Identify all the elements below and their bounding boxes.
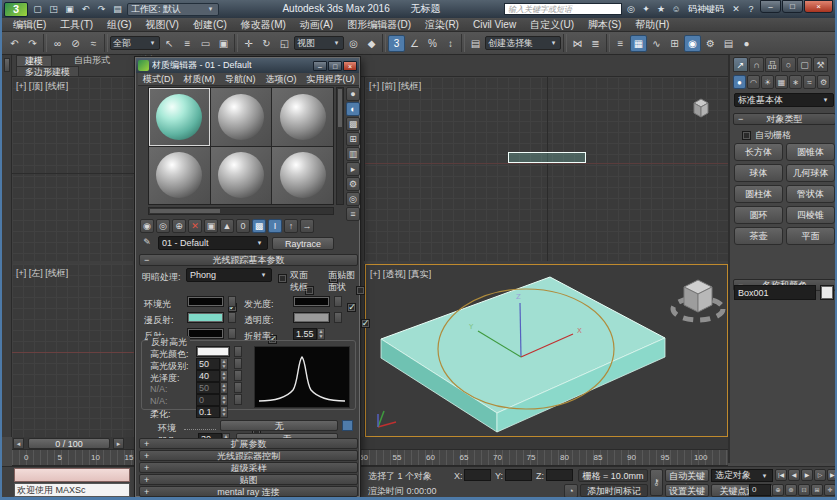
window-crossing-icon[interactable]: ▣: [215, 35, 232, 52]
tab-display-icon[interactable]: ▢: [797, 57, 812, 72]
help-icon[interactable]: ?: [744, 3, 758, 16]
select-and-manipulate-icon[interactable]: ◆: [363, 35, 380, 52]
glossiness-spinner[interactable]: 40: [196, 370, 228, 382]
material-sample-slot[interactable]: [149, 147, 210, 205]
viewcube-mini[interactable]: [688, 95, 714, 121]
transparency-checkbox[interactable]: [361, 319, 370, 328]
material-editor-titlebar[interactable]: 材质编辑器 - 01 - Default –□×: [136, 58, 359, 73]
objtype-pyramid-button[interactable]: 四棱锥: [786, 206, 835, 224]
faceted-checkbox[interactable]: [356, 286, 365, 295]
slots-vertical-scrollbar[interactable]: [336, 87, 344, 205]
background-icon[interactable]: ▩: [346, 117, 360, 131]
select-object-icon[interactable]: ↖: [161, 35, 178, 52]
sample-uv-tiling-icon[interactable]: ⊞: [346, 132, 360, 146]
save-file-icon[interactable]: ▣: [62, 2, 77, 16]
exchange-apps-icon[interactable]: ✕: [729, 3, 743, 16]
select-and-move-icon[interactable]: ✛: [240, 35, 257, 52]
viewport-perspective-label[interactable]: [+] [透视] [真实]: [370, 268, 431, 281]
viewport-perspective[interactable]: Z X Y [+] [透视] [真实]: [365, 264, 728, 437]
zoom-icon[interactable]: ⊕: [772, 484, 784, 496]
reference-coordinate-dropdown[interactable]: 视图: [294, 36, 344, 50]
ribbon-tab[interactable]: 自由形式: [66, 55, 118, 66]
material-editor-menu-item[interactable]: 模式(D): [138, 73, 179, 86]
play-button[interactable]: ▶: [801, 469, 813, 481]
geometry-icon[interactable]: ●: [733, 75, 746, 89]
perspective-scene[interactable]: Z X Y: [366, 265, 727, 436]
time-slider-handle[interactable]: 0 / 100: [28, 438, 110, 449]
search-input[interactable]: [504, 3, 622, 15]
select-and-rotate-icon[interactable]: ↻: [258, 35, 275, 52]
named-selection-sets-dropdown[interactable]: 创建选择集: [485, 36, 561, 50]
spinner-arrows-icon[interactable]: [220, 358, 228, 370]
edit-named-selection-sets-icon[interactable]: ▤: [467, 35, 484, 52]
material-sample-slot[interactable]: [149, 88, 210, 146]
shading-dropdown[interactable]: Phong: [186, 268, 272, 282]
close-button[interactable]: ×: [804, 0, 833, 13]
go-to-parent-icon[interactable]: ↑: [284, 219, 298, 233]
backlight-icon[interactable]: ◐: [346, 102, 360, 116]
x-coordinate-field[interactable]: [464, 469, 491, 481]
tab-motion-icon[interactable]: ○: [781, 57, 796, 72]
selected-filter-dropdown[interactable]: 选定对象: [711, 469, 773, 482]
rectangular-selection-region-icon[interactable]: ▭: [197, 35, 214, 52]
search-icon[interactable]: ◎: [624, 3, 638, 16]
ior-spinner[interactable]: 1.55: [293, 328, 325, 340]
material-sample-slot[interactable]: [211, 147, 272, 205]
bind-to-space-warp-icon[interactable]: ≈: [85, 35, 102, 52]
objtype-cylinder-button[interactable]: 圆柱体: [734, 185, 783, 203]
transparency-map-button[interactable]: [334, 312, 342, 323]
username[interactable]: 码神键码: [685, 3, 727, 16]
new-scene-icon[interactable]: ▢: [30, 2, 45, 16]
project-folder-icon[interactable]: ▤: [110, 2, 125, 16]
workspace-dropdown[interactable]: 工作区: 默认: [127, 3, 219, 16]
tab-utilities-icon[interactable]: ⚒: [813, 57, 828, 72]
object-name-field[interactable]: Box001: [734, 285, 816, 300]
zoom-all-icon[interactable]: ⊛: [785, 484, 797, 496]
specular-map-button[interactable]: [234, 346, 242, 357]
set-keys-button[interactable]: ⚷: [650, 469, 663, 496]
material-sample-slot[interactable]: [211, 88, 272, 146]
specular-level-value[interactable]: 50: [196, 358, 220, 370]
spinner-arrows-icon[interactable]: [317, 328, 325, 340]
align-icon[interactable]: ≣: [587, 35, 604, 52]
show-shaded-material-in-viewport-icon[interactable]: ▩: [252, 219, 266, 233]
unlink-selection-icon[interactable]: ⊘: [67, 35, 84, 52]
add-time-tag[interactable]: 添加时间标记: [580, 484, 648, 497]
undo-quick-icon[interactable]: ↶: [78, 2, 93, 16]
basic-params-rollout-header[interactable]: 光线跟踪基本参数: [139, 254, 358, 266]
box-object[interactable]: [366, 265, 665, 432]
options-icon[interactable]: ⚙: [346, 177, 360, 191]
environment-lock-button[interactable]: [342, 420, 353, 431]
material-editor-minimize-button[interactable]: –: [313, 61, 327, 71]
spinner-arrows-icon[interactable]: [220, 406, 228, 418]
object-type-rollout-header[interactable]: 对象类型: [733, 113, 836, 125]
material-type-button[interactable]: Raytrace: [272, 237, 334, 250]
previous-frame-button[interactable]: ◀: [788, 469, 800, 481]
pick-material-from-object-icon[interactable]: ✎: [140, 236, 154, 250]
rollout-header[interactable]: +扩展参数: [139, 438, 358, 449]
objtype-sphere-button[interactable]: 球体: [734, 164, 783, 182]
material-editor-icon[interactable]: ◉: [684, 35, 701, 52]
put-material-to-scene-icon[interactable]: ◎: [156, 219, 170, 233]
viewport-left-label[interactable]: [+] [左] [线框]: [16, 267, 68, 280]
luminosity-checkbox[interactable]: [347, 303, 356, 312]
helpers-icon[interactable]: ∗: [789, 75, 802, 89]
menubar-item[interactable]: 编辑(E): [6, 18, 53, 31]
mirror-icon[interactable]: ⋈: [569, 35, 586, 52]
ribbon-tab[interactable]: 建模: [16, 55, 52, 66]
track-bar[interactable]: 0510152025303540455055606570758085909510…: [12, 450, 728, 466]
select-by-material-icon[interactable]: ◎: [346, 192, 360, 206]
zoom-region-icon[interactable]: ⊞: [811, 484, 823, 496]
soften-value[interactable]: 0.1: [196, 406, 220, 418]
go-to-start-button[interactable]: |◀: [775, 469, 787, 481]
get-material-icon[interactable]: ◉: [140, 219, 154, 233]
cameras-icon[interactable]: ▦: [775, 75, 788, 89]
systems-icon[interactable]: ⚙: [817, 75, 830, 89]
tab-hierarchy-icon[interactable]: 品: [765, 57, 780, 72]
rollout-header[interactable]: +超级采样: [139, 462, 358, 473]
glossiness-map-button[interactable]: [234, 370, 242, 381]
two-sided-checkbox[interactable]: [278, 274, 287, 283]
rollout-header[interactable]: +光线跟踪器控制: [139, 450, 358, 461]
menubar-item[interactable]: Civil View: [466, 18, 523, 31]
schematic-view-icon[interactable]: ⊞: [666, 35, 683, 52]
